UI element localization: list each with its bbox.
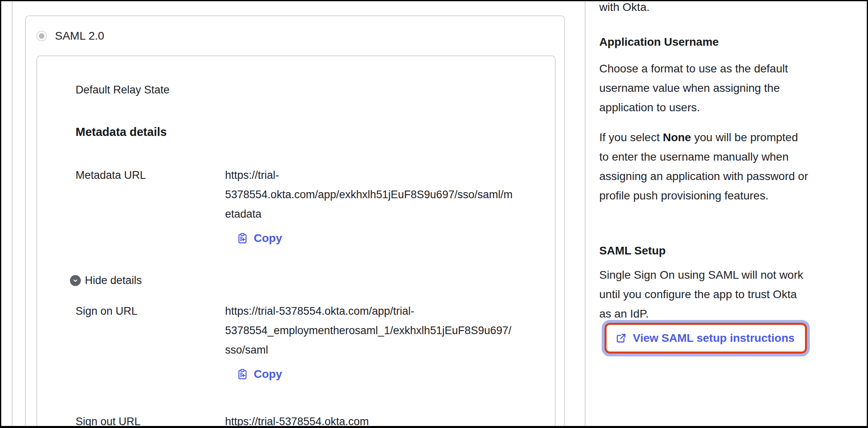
sign-out-url-value: https://trial-5378554.okta.com bbox=[225, 412, 516, 428]
okta-saml-settings-page: SAML 2.0 Default Relay State Metadata de… bbox=[0, 0, 868, 428]
copy-clipboard-icon bbox=[236, 232, 249, 244]
chevron-down-circle-icon bbox=[70, 275, 81, 286]
default-relay-state-label: Default Relay State bbox=[76, 83, 555, 97]
copy-clipboard-icon bbox=[236, 368, 249, 380]
help-sidebar: with Okta. Application Username Choose a… bbox=[599, 0, 808, 428]
para-2-prefix: If you select bbox=[599, 131, 663, 144]
copy-sign-on-url-button[interactable]: Copy bbox=[236, 368, 282, 381]
metadata-url-row: Metadata URL https://trial-5378554.okta.… bbox=[76, 165, 555, 224]
saml-setup-heading: SAML Setup bbox=[599, 244, 666, 257]
metadata-details-heading: Metadata details bbox=[76, 125, 555, 139]
application-username-para-2: If you select None you will be prompted … bbox=[599, 128, 808, 206]
metadata-url-value: https://trial-5378554.okta.com/app/exkhx… bbox=[225, 165, 516, 224]
saml-settings-card: Default Relay State Metadata details Met… bbox=[36, 55, 556, 428]
sign-on-url-value: https://trial-5378554.okta.com/app/trial… bbox=[225, 301, 516, 360]
copy-metadata-url-button[interactable]: Copy bbox=[236, 232, 282, 245]
sign-on-url-label: Sign on URL bbox=[76, 301, 225, 360]
hide-details-label: Hide details bbox=[85, 274, 142, 287]
application-username-heading: Application Username bbox=[599, 36, 719, 49]
para-2-bold-none: None bbox=[663, 131, 691, 144]
sign-on-url-row: Sign on URL https://trial-5378554.okta.c… bbox=[76, 301, 555, 360]
application-username-para-1: Choose a format to use as the default us… bbox=[599, 59, 808, 117]
external-link-icon bbox=[615, 333, 627, 344]
copy-button-label: Copy bbox=[254, 368, 282, 381]
content-left-rule bbox=[12, 1, 13, 426]
metadata-url-label: Metadata URL bbox=[76, 165, 225, 224]
intro-text-fragment: with Okta. bbox=[599, 0, 649, 17]
hide-details-toggle[interactable]: Hide details bbox=[70, 274, 142, 287]
view-saml-setup-instructions-label: View SAML setup instructions bbox=[633, 332, 794, 345]
focus-ring: View SAML setup instructions bbox=[602, 320, 810, 356]
sign-out-url-row: Sign out URL https://trial-5378554.okta.… bbox=[76, 412, 555, 428]
sign-out-url-label: Sign out URL bbox=[76, 412, 225, 428]
sidebar-divider bbox=[585, 1, 586, 426]
view-saml-setup-instructions-button[interactable]: View SAML setup instructions bbox=[607, 325, 805, 352]
radio-dot-icon bbox=[39, 33, 44, 39]
sso-method-card: SAML 2.0 Default Relay State Metadata de… bbox=[25, 15, 565, 428]
annotation-highlight-box: View SAML setup instructions bbox=[605, 323, 807, 354]
saml-setup-para: Single Sign On using SAML will not work … bbox=[599, 265, 808, 324]
copy-button-label: Copy bbox=[254, 232, 282, 245]
saml-radio-row[interactable]: SAML 2.0 bbox=[36, 30, 104, 42]
saml-radio-label: SAML 2.0 bbox=[55, 30, 104, 42]
saml-radio-button[interactable] bbox=[36, 31, 47, 41]
